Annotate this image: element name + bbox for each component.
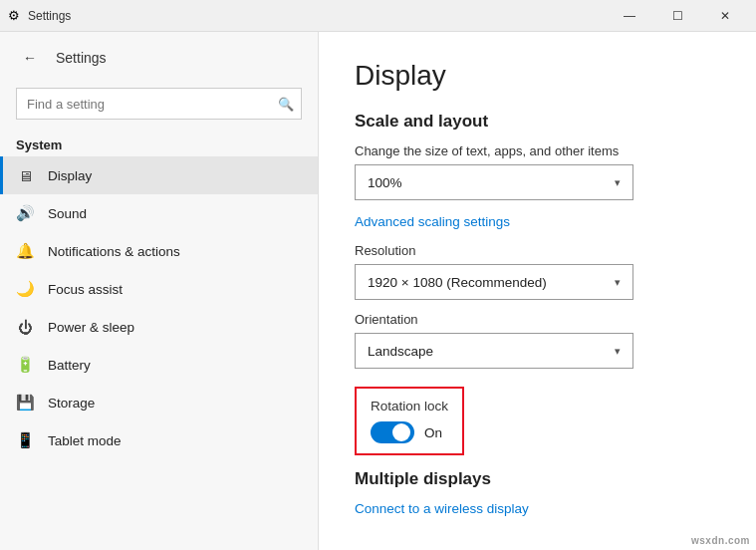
content-area: Display Scale and layout Change the size…	[319, 32, 756, 550]
resolution-label: Resolution	[355, 243, 720, 258]
sidebar-app-title: Settings	[56, 50, 107, 66]
rotation-lock-toggle[interactable]	[371, 421, 414, 443]
battery-icon: 🔋	[16, 356, 34, 374]
sidebar-item-tablet[interactable]: 📱 Tablet mode	[0, 421, 318, 459]
sidebar-item-label-battery: Battery	[48, 358, 91, 373]
sidebar-item-label-sound: Sound	[48, 206, 87, 221]
display-icon: 🖥	[16, 166, 34, 184]
sidebar-top: ← Settings	[0, 32, 318, 84]
page-title: Display	[355, 60, 720, 92]
sidebar-item-label-focus: Focus assist	[48, 282, 123, 297]
watermark: wsxdn.com	[691, 535, 750, 546]
power-icon: ⏻	[16, 318, 34, 336]
focus-icon: 🌙	[16, 280, 34, 298]
scale-section-heading: Scale and layout	[355, 112, 720, 132]
back-button[interactable]: ←	[16, 44, 44, 72]
rotation-lock-toggle-text: On	[424, 425, 442, 440]
orientation-dropdown-arrow: ▾	[615, 345, 621, 358]
scale-dropdown-arrow: ▾	[615, 176, 621, 189]
sidebar-item-sound[interactable]: 🔊 Sound	[0, 194, 318, 232]
orientation-value: Landscape	[368, 344, 433, 359]
connect-wireless-link[interactable]: Connect to a wireless display	[355, 501, 529, 516]
sidebar-item-notifications[interactable]: 🔔 Notifications & actions	[0, 232, 318, 270]
tablet-icon: 📱	[16, 431, 34, 449]
rotation-lock-label: Rotation lock	[371, 399, 448, 413]
sidebar-item-label-storage: Storage	[48, 396, 95, 411]
sidebar-item-battery[interactable]: 🔋 Battery	[0, 346, 318, 384]
orientation-label: Orientation	[355, 312, 720, 327]
sidebar-section-label: System	[0, 128, 318, 156]
sidebar-item-display[interactable]: 🖥 Display	[0, 156, 318, 194]
orientation-dropdown[interactable]: Landscape ▾	[355, 333, 633, 369]
notifications-icon: 🔔	[16, 242, 34, 260]
sidebar-item-storage[interactable]: 💾 Storage	[0, 384, 318, 421]
back-icon: ←	[23, 50, 37, 66]
sidebar-item-power[interactable]: ⏻ Power & sleep	[0, 308, 318, 346]
scale-value: 100%	[368, 175, 402, 190]
sidebar-item-label-power: Power & sleep	[48, 320, 134, 335]
sidebar-item-label-notifications: Notifications & actions	[48, 244, 180, 259]
resolution-dropdown-wrapper: 1920 × 1080 (Recommended) ▾	[355, 264, 720, 300]
sidebar-item-label-tablet: Tablet mode	[48, 433, 122, 448]
settings-icon: ⚙	[8, 8, 20, 23]
main-layout: ← Settings 🔍 System 🖥 Display 🔊 Sound 🔔 …	[0, 32, 756, 550]
titlebar-title: Settings	[28, 9, 71, 23]
multiple-displays-heading: Multiple displays	[355, 469, 720, 489]
sidebar: ← Settings 🔍 System 🖥 Display 🔊 Sound 🔔 …	[0, 32, 319, 550]
maximize-button[interactable]: ☐	[654, 0, 700, 32]
resolution-dropdown-arrow: ▾	[615, 276, 621, 289]
advanced-scaling-link[interactable]: Advanced scaling settings	[355, 214, 510, 229]
titlebar-left: ⚙ Settings	[8, 8, 71, 23]
minimize-button[interactable]: —	[607, 0, 652, 32]
scale-dropdown-wrapper: 100% ▾	[355, 164, 720, 200]
orientation-dropdown-wrapper: Landscape ▾	[355, 333, 720, 369]
rotation-lock-toggle-row: On	[371, 421, 448, 443]
rotation-lock-box: Rotation lock On	[355, 387, 464, 455]
search-input[interactable]	[16, 88, 302, 120]
search-box: 🔍	[16, 88, 302, 120]
close-button[interactable]: ✕	[702, 0, 748, 32]
search-icon: 🔍	[278, 97, 294, 112]
resolution-dropdown[interactable]: 1920 × 1080 (Recommended) ▾	[355, 264, 633, 300]
scale-description: Change the size of text, apps, and other…	[355, 143, 720, 158]
sidebar-item-focus[interactable]: 🌙 Focus assist	[0, 270, 318, 308]
resolution-value: 1920 × 1080 (Recommended)	[368, 275, 547, 290]
scale-dropdown[interactable]: 100% ▾	[355, 164, 633, 200]
sidebar-item-label-display: Display	[48, 168, 92, 183]
storage-icon: 💾	[16, 394, 34, 412]
sound-icon: 🔊	[16, 204, 34, 222]
titlebar: ⚙ Settings — ☐ ✕	[0, 0, 756, 32]
titlebar-controls: — ☐ ✕	[607, 0, 748, 32]
